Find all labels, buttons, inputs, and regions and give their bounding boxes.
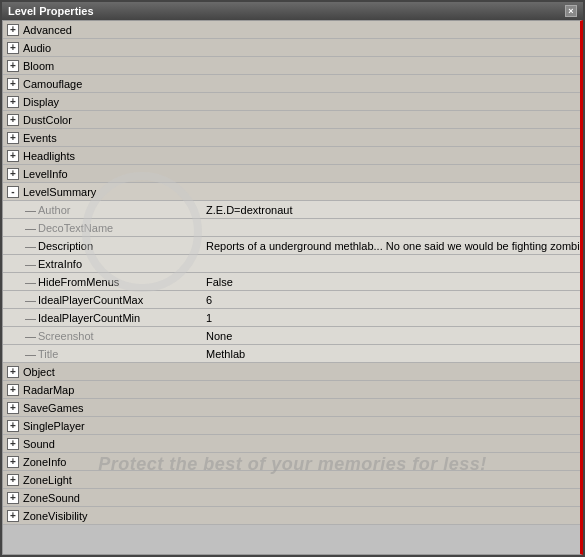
row-value: Z.E.D=dextronaut (198, 204, 580, 216)
row-author[interactable]: — Author Z.E.D=dextronaut (3, 201, 580, 219)
row-label: Bloom (23, 60, 183, 72)
row-zonevisibility[interactable]: + ZoneVisibility (3, 507, 580, 525)
tree-line: — (25, 276, 36, 288)
plus-icon: + (7, 456, 19, 468)
plus-icon: + (7, 60, 19, 72)
row-advanced[interactable]: + Advanced (3, 21, 580, 39)
plus-icon: + (7, 366, 19, 378)
level-properties-window: Level Properties × + Advanced + Audio + … (0, 0, 585, 557)
row-label: Camouflage (23, 78, 183, 90)
row-idealplayercountmax[interactable]: — IdealPlayerCountMax 6 (3, 291, 580, 309)
row-deco-text-name[interactable]: — DecoTextName (3, 219, 580, 237)
row-value: False (198, 276, 580, 288)
row-label: DustColor (23, 114, 183, 126)
row-value: 6 (198, 294, 580, 306)
row-label: Screenshot (38, 330, 198, 342)
row-zonesound[interactable]: + ZoneSound (3, 489, 580, 507)
row-value: Methlab (198, 348, 580, 360)
tree-line: — (25, 294, 36, 306)
row-label: LevelInfo (23, 168, 183, 180)
plus-icon: + (7, 114, 19, 126)
row-label: Events (23, 132, 183, 144)
tree-line: — (25, 348, 36, 360)
row-label: ExtraInfo (38, 258, 198, 270)
row-label: DecoTextName (38, 222, 198, 234)
plus-icon: + (7, 510, 19, 522)
plus-icon: + (7, 132, 19, 144)
row-label: HideFromMenus (38, 276, 198, 288)
row-object[interactable]: + Object (3, 363, 580, 381)
row-savegames[interactable]: + SaveGames (3, 399, 580, 417)
row-label: RadarMap (23, 384, 183, 396)
plus-icon: + (7, 474, 19, 486)
row-label: ZoneLight (23, 474, 183, 486)
row-label: Title (38, 348, 198, 360)
row-label: Description (38, 240, 198, 252)
plus-icon: + (7, 24, 19, 36)
row-display[interactable]: + Display (3, 93, 580, 111)
row-levelinfo[interactable]: + LevelInfo (3, 165, 580, 183)
row-label: Headlights (23, 150, 183, 162)
row-label: ZoneVisibility (23, 510, 183, 522)
close-button[interactable]: × (565, 5, 577, 17)
row-camouflage[interactable]: + Camouflage (3, 75, 580, 93)
title-bar: Level Properties × (2, 2, 583, 20)
plus-icon: + (7, 78, 19, 90)
row-extrainfo[interactable]: — ExtraInfo (3, 255, 580, 273)
plus-icon: + (7, 438, 19, 450)
row-description[interactable]: — Description Reports of a underground m… (3, 237, 580, 255)
row-label: Audio (23, 42, 183, 54)
row-label: ZoneInfo (23, 456, 183, 468)
row-label: SaveGames (23, 402, 183, 414)
plus-icon: + (7, 420, 19, 432)
row-bloom[interactable]: + Bloom (3, 57, 580, 75)
row-hidefromenus[interactable]: — HideFromMenus False (3, 273, 580, 291)
row-zonelight[interactable]: + ZoneLight (3, 471, 580, 489)
window-title: Level Properties (8, 5, 94, 17)
row-events[interactable]: + Events (3, 129, 580, 147)
tree-line: — (25, 312, 36, 324)
row-label: Sound (23, 438, 183, 450)
row-singleplayer[interactable]: + SinglePlayer (3, 417, 580, 435)
row-label: Author (38, 204, 198, 216)
row-idealplayercountmin[interactable]: — IdealPlayerCountMin 1 (3, 309, 580, 327)
row-label: LevelSummary (23, 186, 183, 198)
tree-line: — (25, 240, 36, 252)
tree-line: — (25, 222, 36, 234)
row-headlights[interactable]: + Headlights (3, 147, 580, 165)
row-value: 1 (198, 312, 580, 324)
plus-icon: + (7, 96, 19, 108)
row-label: IdealPlayerCountMin (38, 312, 198, 324)
plus-icon: + (7, 492, 19, 504)
properties-content[interactable]: + Advanced + Audio + Bloom + Camouflage … (2, 20, 583, 555)
row-levelsummary[interactable]: - LevelSummary (3, 183, 580, 201)
plus-icon: + (7, 168, 19, 180)
row-radarmap[interactable]: + RadarMap (3, 381, 580, 399)
row-dustcolor[interactable]: + DustColor (3, 111, 580, 129)
row-label: Object (23, 366, 183, 378)
row-zoneinfo[interactable]: + ZoneInfo (3, 453, 580, 471)
tree-line: — (25, 258, 36, 270)
tree-line: — (25, 204, 36, 216)
plus-icon: + (7, 384, 19, 396)
row-label: ZoneSound (23, 492, 183, 504)
row-label: SinglePlayer (23, 420, 183, 432)
row-screenshot[interactable]: — Screenshot None (3, 327, 580, 345)
plus-icon: + (7, 42, 19, 54)
tree-line: — (25, 330, 36, 342)
row-sound[interactable]: + Sound (3, 435, 580, 453)
row-label: Display (23, 96, 183, 108)
plus-icon: + (7, 150, 19, 162)
minus-icon: - (7, 186, 19, 198)
row-audio[interactable]: + Audio (3, 39, 580, 57)
plus-icon: + (7, 402, 19, 414)
row-label: IdealPlayerCountMax (38, 294, 198, 306)
row-title[interactable]: — Title Methlab (3, 345, 580, 363)
row-value: None (198, 330, 580, 342)
row-value: Reports of a underground methlab... No o… (198, 240, 580, 252)
row-label: Advanced (23, 24, 183, 36)
